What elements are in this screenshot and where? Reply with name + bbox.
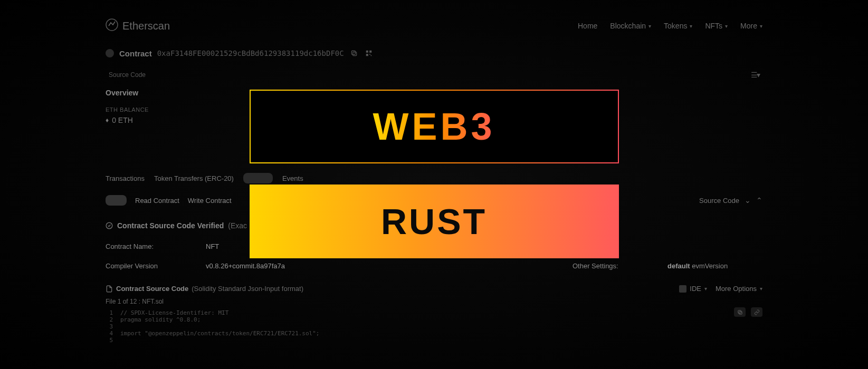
- nav-more[interactable]: More▾: [740, 22, 762, 30]
- verified-suffix: (Exac: [228, 221, 247, 230]
- brand-name: Etherscan: [122, 20, 170, 32]
- chevron-down-icon: ▾: [690, 23, 692, 29]
- svg-rect-1: [352, 52, 356, 56]
- subtab-read[interactable]: Read Contract: [135, 197, 179, 205]
- svg-rect-2: [351, 51, 355, 54]
- chevron-down-icon: ▾: [648, 23, 651, 29]
- code-actions: [734, 307, 762, 317]
- subtab-code[interactable]: [106, 195, 127, 206]
- code-line: 3: [106, 323, 762, 330]
- contract-address: 0xaF3148FE00021529cBdBd6129383119dc16bDF…: [157, 49, 344, 57]
- web3-text: WEB3: [373, 105, 495, 148]
- file-info: File 1 of 12 : NFT.sol: [106, 298, 762, 305]
- code-line: 4import "@openzeppelin/contracts/token/E…: [106, 330, 762, 337]
- subtab-write[interactable]: Write Contract: [188, 197, 232, 205]
- contract-name-label: Contract Name:: [106, 242, 206, 250]
- nav-nfts[interactable]: NFTs▾: [705, 22, 728, 30]
- other-settings-value: default evmVersion: [667, 262, 762, 270]
- svg-point-0: [106, 19, 118, 31]
- ide-dropdown[interactable]: IDE ▾: [679, 285, 707, 293]
- svg-rect-10: [738, 310, 741, 313]
- web3-banner: WEB3: [250, 90, 619, 163]
- more-options-dropdown[interactable]: More Options ▾: [716, 285, 762, 293]
- tab-transactions[interactable]: Transactions: [106, 174, 145, 182]
- rust-banner: RUST: [250, 184, 619, 258]
- svg-rect-5: [366, 54, 368, 56]
- svg-rect-7: [370, 55, 371, 56]
- etherscan-logo-icon: [106, 18, 118, 34]
- compiler-version-value: v0.8.26+commit.8a97fa7a: [206, 262, 364, 270]
- source-code-subtitle: (Solidity Standard Json-Input format): [192, 285, 303, 293]
- top-navigation: Etherscan Home Blockchain▾ Tokens▾ NFTs▾…: [106, 0, 762, 37]
- main-nav: Home Blockchain▾ Tokens▾ NFTs▾ More▾: [578, 22, 762, 30]
- chevron-down-icon: ▾: [760, 23, 762, 29]
- chevron-up-icon[interactable]: ⌃: [756, 196, 762, 205]
- chevron-down-icon: ▾: [725, 23, 728, 29]
- check-circle-icon: [106, 222, 113, 229]
- contract-header: Contract 0xaF3148FE00021529cBdBd61293831…: [106, 48, 762, 58]
- eth-icon: ♦: [106, 116, 109, 124]
- code-line: 1// SPDX-License-Identifier: MIT: [106, 309, 762, 316]
- copy-code-icon[interactable]: [734, 307, 746, 317]
- chevron-down-icon: ▾: [704, 286, 707, 292]
- qr-icon[interactable]: [364, 48, 374, 58]
- verified-text: Contract Source Code Verified: [117, 221, 224, 230]
- nav-home[interactable]: Home: [578, 22, 597, 30]
- nav-tokens[interactable]: Tokens▾: [664, 22, 692, 30]
- chevron-down-icon: ▾: [760, 286, 762, 292]
- code-line: 2pragma solidity ^0.8.0;: [106, 316, 762, 323]
- brand-logo[interactable]: Etherscan: [106, 18, 170, 34]
- tab-token-transfers[interactable]: Token Transfers (ERC-20): [154, 174, 234, 182]
- contract-identicon-icon: [106, 49, 114, 57]
- svg-rect-9: [739, 311, 742, 314]
- ide-icon: [679, 285, 686, 293]
- source-code-label: Source Code: [109, 71, 146, 79]
- page-tabs: Transactions Token Transfers (ERC-20) Ev…: [106, 173, 762, 183]
- file-icon: [106, 285, 113, 293]
- source-code-title: Contract Source Code: [116, 285, 188, 293]
- chevron-down-icon[interactable]: ⌄: [745, 196, 751, 205]
- svg-rect-4: [369, 51, 371, 53]
- contract-label: Contract: [119, 49, 152, 58]
- link-icon[interactable]: [751, 307, 762, 317]
- search-source-label: Source Code: [699, 197, 739, 205]
- nav-blockchain[interactable]: Blockchain▾: [610, 22, 651, 30]
- source-code-header: Contract Source Code (Solidity Standard …: [106, 285, 762, 293]
- tab-events[interactable]: Events: [282, 174, 303, 182]
- copy-icon[interactable]: [349, 48, 359, 58]
- code-line: 5: [106, 337, 762, 344]
- svg-rect-6: [369, 54, 370, 55]
- svg-rect-3: [366, 51, 368, 53]
- tab-contract[interactable]: [243, 173, 273, 183]
- source-code-bar: Source Code ☰▾: [106, 69, 762, 81]
- rust-text: RUST: [381, 201, 487, 242]
- code-editor: 1// SPDX-License-Identifier: MIT 2pragma…: [106, 309, 762, 344]
- view-options-icon[interactable]: ☰▾: [751, 71, 759, 79]
- other-settings-label: Other Settings:: [573, 262, 667, 270]
- compiler-version-label: Compiler Version: [106, 262, 206, 270]
